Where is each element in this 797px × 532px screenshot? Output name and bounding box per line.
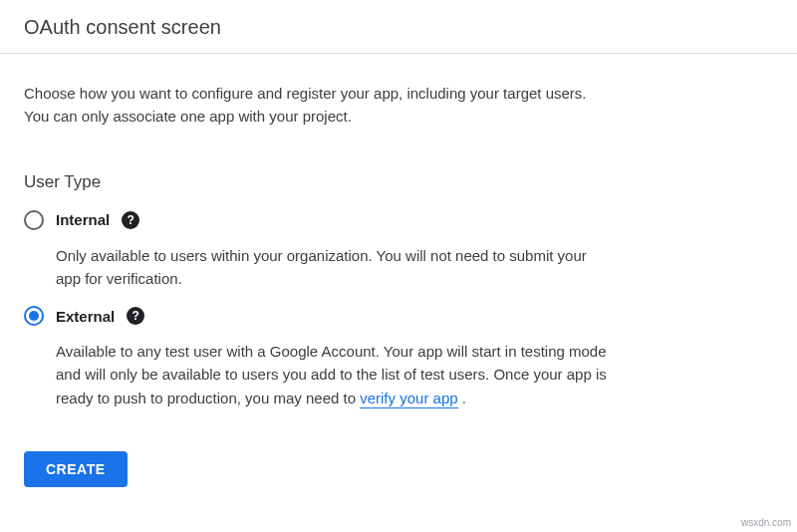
intro-text: Choose how you want to configure and reg…: [24, 82, 614, 129]
page-title: OAuth consent screen: [24, 16, 773, 39]
verify-app-link[interactable]: verify your app: [360, 390, 457, 408]
create-button[interactable]: CREATE: [24, 451, 128, 487]
radio-label-internal: Internal: [56, 211, 110, 228]
radio-row-internal[interactable]: Internal ?: [24, 210, 614, 230]
watermark: wsxdn.com: [741, 517, 791, 528]
help-icon[interactable]: ?: [122, 211, 139, 229]
radio-option-external: External ? Available to any test user wi…: [24, 306, 614, 409]
user-type-heading: User Type: [24, 172, 614, 192]
radio-label-external: External: [56, 308, 115, 325]
internal-description: Only available to users within your orga…: [56, 244, 614, 291]
radio-internal[interactable]: [24, 210, 44, 230]
radio-row-external[interactable]: External ?: [24, 306, 614, 326]
radio-external[interactable]: [24, 306, 44, 326]
page-header: OAuth consent screen: [0, 0, 797, 54]
content-area: Choose how you want to configure and reg…: [0, 54, 638, 429]
external-desc-suffix: .: [458, 390, 466, 406]
help-icon[interactable]: ?: [127, 307, 144, 325]
external-description: Available to any test user with a Google…: [56, 340, 614, 409]
external-desc-prefix: Available to any test user with a Google…: [56, 343, 607, 406]
actions-row: CREATE: [0, 429, 797, 509]
user-type-radio-group: Internal ? Only available to users withi…: [24, 210, 614, 409]
radio-option-internal: Internal ? Only available to users withi…: [24, 210, 614, 291]
